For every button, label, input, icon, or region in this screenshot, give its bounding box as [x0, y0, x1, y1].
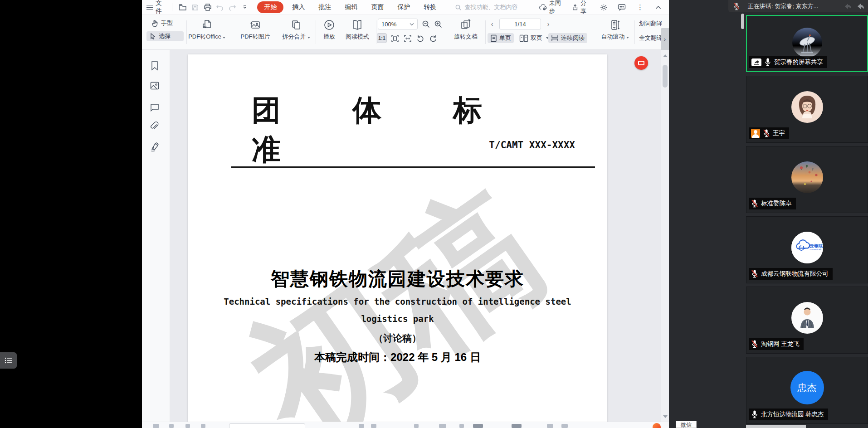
mic-muted-icon [763, 129, 770, 138]
redo-icon[interactable] [228, 3, 237, 12]
zoom-out-button[interactable] [420, 19, 431, 29]
auto-scroll-button[interactable]: 自动滚动 [597, 19, 633, 41]
bottom-status-bar [142, 422, 669, 428]
collapse-ribbon-icon[interactable] [654, 3, 663, 12]
rotate-ccw-button[interactable] [415, 33, 426, 44]
tab-insert[interactable]: 插入 [287, 2, 310, 13]
scroll-down-arrow[interactable] [663, 415, 668, 418]
double-page-button[interactable]: 双页 [517, 33, 551, 43]
search-input[interactable]: 查找功能、文档内容 [455, 3, 538, 11]
play-icon [323, 19, 336, 31]
open-file-icon[interactable] [178, 3, 187, 12]
taskbar-peek-strip [746, 425, 806, 428]
participant-tile[interactable]: 标准委陈卓 [746, 146, 868, 213]
document-subtitle-en-1: Technical specifications for the constru… [188, 297, 607, 306]
next-page-button[interactable]: › [544, 19, 553, 29]
pdf-page: 初稿 团体标准 T/CAMT XXX-XXXX 智慧钢铁物流园建设技术要求 Te… [188, 54, 607, 422]
scroll-up-arrow[interactable] [663, 54, 668, 57]
divider [172, 3, 172, 11]
participant-tile[interactable]: 王宇 [746, 76, 868, 143]
mic-muted-icon [751, 340, 758, 349]
pdf-to-office-button[interactable]: PDF转Office [184, 19, 230, 41]
wechat-taskbar-tooltip[interactable]: 微信 [676, 421, 697, 428]
full-translate-button[interactable]: 全文翻译 [637, 34, 662, 42]
pdf-to-image-button[interactable]: PDF转图片 [234, 19, 277, 41]
print-icon[interactable] [203, 3, 212, 12]
quickbar-dropdown-icon[interactable] [240, 3, 249, 12]
draft-note: （讨论稿） [188, 332, 607, 345]
participant-name-badge: 北方恒达物流园 韩忠杰 [749, 409, 828, 420]
participant-tile[interactable]: 忠杰 北方恒达物流园 韩忠杰 [746, 357, 868, 424]
save-icon[interactable] [191, 3, 200, 12]
dropdown-caret [307, 37, 310, 39]
cursor-icon [149, 33, 156, 40]
image-panel-icon[interactable] [149, 80, 161, 92]
cloud-unsynced-icon [539, 4, 547, 11]
tab-protect[interactable]: 保护 [392, 2, 415, 13]
rotate-cw-button[interactable] [428, 33, 439, 44]
participant-name-badge: 王宇 [749, 127, 789, 139]
select-tool-button[interactable]: 选择 [146, 31, 184, 41]
pdf-app-window: 文件 开始 插入 批注 编辑 [142, 0, 669, 428]
page-indicator[interactable]: 1/14 [499, 19, 541, 29]
settings-gear-icon[interactable] [600, 3, 608, 12]
play-button[interactable]: 播放 [319, 19, 340, 41]
prev-page-button[interactable]: ‹ [488, 19, 497, 29]
divider [744, 3, 744, 10]
single-page-button[interactable]: 单页 [488, 33, 514, 43]
participant-tile[interactable]: 贺宗春的屏幕共享 [746, 15, 868, 72]
more-options-icon[interactable]: ⋮ [636, 3, 644, 12]
mic-muted-icon [751, 199, 758, 208]
zoom-in-button[interactable] [433, 19, 444, 29]
dropdown-caret [626, 37, 629, 39]
tab-comment[interactable]: 批注 [313, 2, 336, 13]
collapse-side-panel-button[interactable]: › [661, 28, 669, 51]
tab-edit[interactable]: 编辑 [340, 2, 362, 13]
main-menu-icon[interactable] [146, 5, 153, 10]
member-role-icon [751, 129, 760, 138]
pdf-to-image-icon [249, 19, 262, 31]
floating-list-button[interactable] [0, 352, 17, 369]
participants-scrollbar-thumb[interactable] [741, 14, 744, 29]
comment-panel-icon[interactable] [149, 102, 161, 114]
pdf-to-office-icon [200, 19, 213, 31]
document-canvas[interactable]: 初稿 团体标准 T/CAMT XXX-XXXX 智慧钢铁物流园建设技术要求 Te… [170, 50, 661, 422]
file-menu[interactable]: 文件 [156, 0, 168, 15]
status-search-input[interactable] [229, 423, 305, 428]
undo-icon[interactable] [215, 3, 224, 12]
search-placeholder: 查找功能、文档内容 [464, 3, 517, 11]
single-page-icon [490, 34, 497, 42]
zoom-level-select[interactable]: 100% [378, 19, 418, 29]
avatar-initials-blue: 忠杰 [790, 371, 824, 404]
red-floating-tool-badge[interactable] [634, 56, 648, 70]
fit-page-button[interactable] [390, 33, 400, 44]
bookmark-icon[interactable] [149, 60, 161, 72]
scrollbar-thumb[interactable] [663, 65, 668, 88]
avatar-illustrated-woman [791, 91, 823, 123]
document-subtitle-en-2: logistics park [188, 314, 607, 324]
document-scrollbar[interactable] [661, 50, 669, 422]
continuous-read-button[interactable]: 连续阅读 [548, 33, 587, 43]
signature-pen-icon[interactable] [149, 141, 161, 153]
hand-icon [151, 19, 159, 27]
tab-home[interactable]: 开始 [257, 1, 283, 13]
avatar-company-logo: 云钢联YUNGANGLIAN [791, 232, 823, 263]
participant-tile[interactable]: 云钢联YUNGANGLIAN 成都云钢联物流有限公司 [746, 216, 868, 283]
hand-tool-button[interactable]: 手型 [148, 18, 176, 28]
participant-tile[interactable]: 淘钢网 王龙飞 [746, 287, 868, 354]
tab-page[interactable]: 页面 [366, 2, 389, 13]
rotate-document-button[interactable]: 旋转文档 [449, 19, 483, 41]
share-button[interactable]: 分享 [572, 0, 592, 15]
sync-status[interactable]: 未同步 [539, 0, 566, 15]
word-translate-button[interactable]: 划词翻译 [637, 19, 662, 28]
actual-size-button[interactable]: 1:1 [377, 33, 387, 43]
feedback-chat-icon[interactable] [618, 3, 626, 12]
read-mode-button[interactable]: 阅读模式 [340, 19, 375, 41]
taskbar-app-icon[interactable] [653, 423, 661, 428]
ribbon-toolbar: 手型 选择 PDF转Office PDF转图片 拆分合并 播 [142, 15, 669, 50]
tab-convert[interactable]: 转换 [419, 2, 441, 13]
fit-width-button[interactable] [402, 33, 413, 44]
split-merge-button[interactable]: 拆分合并 [278, 19, 314, 41]
attachment-icon[interactable] [149, 121, 161, 133]
dropdown-caret [223, 37, 225, 39]
